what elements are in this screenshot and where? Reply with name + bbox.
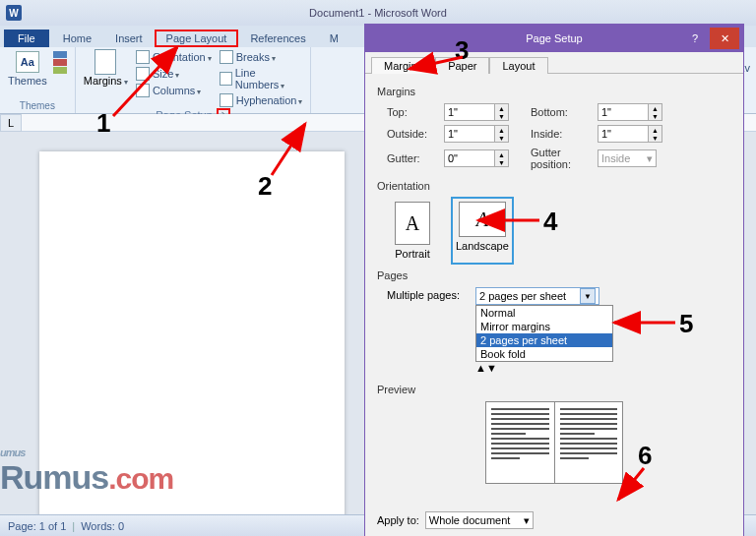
dialog-tabs: Margins Paper Layout (365, 52, 743, 74)
themes-button[interactable]: Aa Themes (8, 51, 47, 87)
orientation-icon (136, 50, 150, 64)
portrait-label: Portrait (395, 248, 429, 260)
pages-section-label: Pages (377, 269, 731, 281)
select-multiple-pages[interactable]: 2 pages per sheet▼ Normal Mirror margins… (475, 287, 599, 374)
line-numbers-label: Line Numbers (235, 67, 303, 90)
label-apply-to: Apply to: (377, 514, 419, 526)
option-book-fold[interactable]: Book fold (476, 347, 612, 361)
ruler-corner[interactable]: L (0, 114, 22, 132)
window-title: Document1 - Microsoft Word (309, 7, 447, 19)
label-bottom: Bottom: (531, 106, 590, 118)
breaks-icon (220, 50, 233, 64)
tab-insert[interactable]: Insert (103, 30, 155, 47)
dialog-tab-paper[interactable]: Paper (435, 57, 489, 74)
hyphenation-icon (220, 93, 233, 107)
label-outside: Outside: (387, 128, 436, 140)
orientation-portrait[interactable]: A Portrait (391, 198, 434, 264)
dialog-tab-layout[interactable]: Layout (489, 57, 547, 74)
label-inside: Inside: (531, 128, 590, 140)
label-gutter: Gutter: (387, 152, 436, 164)
orientation-section-label: Orientation (377, 180, 731, 192)
columns-button[interactable]: Columns (136, 83, 212, 98)
breaks-label: Breaks (236, 51, 276, 63)
line-numbers-icon (220, 72, 232, 86)
chevron-down-icon: ▼ (580, 288, 596, 304)
breaks-button[interactable]: Breaks (220, 49, 303, 65)
size-button[interactable]: Size (136, 66, 212, 82)
group-label-themes: Themes (8, 100, 67, 111)
label-multiple-pages: Multiple pages: (387, 287, 466, 301)
input-gutter[interactable]: ▲▼ (444, 149, 523, 167)
dialog-help-button[interactable]: ? (684, 29, 706, 48)
label-top: Top: (387, 106, 436, 118)
hyphenation-label: Hyphenation (236, 94, 303, 106)
tab-m[interactable]: M (318, 30, 350, 47)
orientation-button[interactable]: Orientation (136, 49, 212, 65)
tab-file[interactable]: File (4, 30, 49, 47)
select-apply-to[interactable]: Whole document▾ (425, 511, 534, 529)
preview-graphic (485, 401, 623, 484)
orientation-landscape[interactable]: A Landscape (452, 198, 513, 264)
margins-section-label: Margins (377, 86, 731, 97)
size-label: Size (153, 68, 179, 80)
tab-home[interactable]: Home (51, 30, 103, 47)
group-page-setup: Margins Orientation Size Columns Breaks … (76, 47, 312, 113)
themes-icon: Aa (16, 51, 39, 73)
columns-label: Columns (153, 85, 201, 96)
input-top[interactable]: ▲▼ (444, 103, 523, 121)
title-bar: W Document1 - Microsoft Word (0, 0, 756, 26)
hyphenation-button[interactable]: Hyphenation (220, 92, 303, 108)
label-gutter-position: Gutter position: (531, 147, 590, 170)
word-icon: W (6, 5, 22, 21)
dialog-tab-margins[interactable]: Margins (371, 57, 435, 74)
dialog-title: Page Setup (526, 32, 583, 44)
option-normal[interactable]: Normal (476, 306, 612, 320)
portrait-icon: A (395, 202, 430, 245)
orientation-label: Orientation (153, 51, 212, 63)
columns-icon (136, 84, 150, 97)
dialog-title-bar[interactable]: Page Setup ? ✕ (365, 25, 743, 52)
page-setup-dialog: Page Setup ? ✕ Margins Paper Layout Marg… (364, 24, 744, 536)
option-mirror-margins[interactable]: Mirror margins (476, 320, 612, 333)
dialog-close-button[interactable]: ✕ (710, 28, 739, 49)
margins-button[interactable]: Margins (84, 49, 128, 108)
line-numbers-button[interactable]: Line Numbers (220, 66, 303, 91)
input-inside[interactable]: ▲▼ (598, 125, 696, 143)
status-page[interactable]: Page: 1 of 1 (8, 520, 66, 532)
input-outside[interactable]: ▲▼ (444, 125, 523, 143)
group-themes: Aa Themes Themes (0, 47, 76, 113)
margins-label: Margins (84, 75, 128, 87)
multiple-pages-value: 2 pages per sheet (479, 290, 566, 302)
input-bottom[interactable]: ▲▼ (598, 103, 696, 121)
margins-icon (94, 49, 116, 75)
select-gutter-position: Inside▾ (598, 149, 657, 167)
option-2-pages-per-sheet[interactable]: 2 pages per sheet (476, 333, 612, 347)
status-words[interactable]: Words: 0 (81, 520, 124, 532)
tab-page-layout[interactable]: Page Layout (155, 30, 239, 47)
landscape-icon: A (459, 202, 506, 237)
themes-label: Themes (8, 75, 47, 87)
multiple-pages-dropdown: Normal Mirror margins 2 pages per sheet … (475, 305, 613, 362)
theme-fonts-icon[interactable] (53, 59, 67, 66)
landscape-label: Landscape (456, 240, 509, 252)
dropdown-scrollbar[interactable]: ▲▼ (475, 362, 599, 374)
watermark: umus Rumus.com (0, 447, 173, 497)
preview-label: Preview (377, 384, 731, 395)
theme-colors-icon[interactable] (53, 51, 67, 58)
tab-references[interactable]: References (238, 30, 317, 47)
theme-effects-icon[interactable] (53, 67, 67, 74)
size-icon (136, 67, 150, 81)
